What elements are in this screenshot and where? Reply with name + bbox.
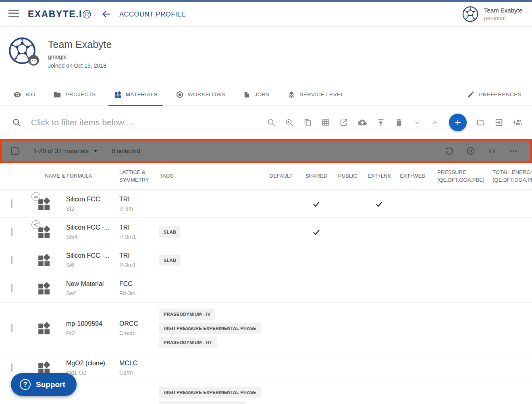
tag: SLAB [159,255,181,266]
tab-workflows[interactable]: WORKFLOWS [176,83,226,106]
row-checkbox[interactable] [11,363,12,372]
search-icon [12,118,21,127]
pause-icon[interactable] [466,146,476,156]
logo-ball-icon [83,10,91,19]
exabyte-logo[interactable]: EXABYTE.I [28,9,91,20]
row-checkbox[interactable] [11,228,12,236]
col-ext-web: EXT+WEB [396,172,429,180]
layers-icon [287,91,295,99]
material-name[interactable]: mp-1009594 [66,320,113,327]
app-bar: EXABYTE.I ACCOUNT PROFILE Team Exabyte p… [0,2,532,27]
lattice-type: FCC [119,280,154,288]
tab-service-level[interactable]: SERVICE LEVEL [287,83,344,106]
material-icon [37,282,51,295]
tab-materials[interactable]: MATERIALS [114,83,158,106]
page-title: ACCOUNT PROFILE [119,10,186,18]
row-checkbox[interactable] [11,324,12,332]
tab-label: MATERIALS [126,91,158,97]
check-icon [312,228,321,236]
materials-actions [267,114,522,131]
table-row[interactable]: mp-1009594Pr2 ORCCCmcm PRASEODYMIUM - IV… [0,302,532,354]
search-in-results-icon[interactable] [285,118,294,127]
selection-toolbar-highlight: 1-20 of 37 materials 0 selected [0,139,532,163]
user-menu[interactable]: Team Exabyte personal [462,6,522,22]
check-icon [375,199,384,208]
col-total-energy: TOTAL_ENERGY (QE:DFT:GGA:PBE) [488,169,532,184]
user-role: personal [484,15,522,21]
table-row[interactable]: Silicon FCC -...Si54 TRIP-3m1 SLAB [0,218,532,246]
import-icon[interactable] [495,118,503,127]
tab-label: JOBS [254,91,269,97]
select-all-checkbox[interactable] [11,147,19,155]
support-button[interactable]: ? Support [11,373,77,396]
material-icon [37,253,51,267]
tag: PRASEODYMIUM - IV [159,309,215,320]
col-tags: TAGS [154,172,262,180]
row-checkbox[interactable] [11,284,12,292]
selection-toolbar: 1-20 of 37 materials 0 selected [2,141,530,162]
symmetry-group: Fd-3m [119,290,154,296]
more-icon[interactable] [509,146,518,156]
tab-jobs[interactable]: JOBS [243,83,269,106]
menu-icon[interactable] [8,9,19,19]
account-name: Team Exabyte [48,39,112,50]
check-icon [312,199,321,208]
avatar [462,6,478,22]
row-checkbox[interactable] [11,256,12,264]
symmetry-group: Cmcm [119,330,154,336]
table-header-row: NAME & FORMULA LATTICE & SYMMETRY TAGS D… [0,163,532,190]
tab-label: PREFERENCES [479,91,522,97]
tab-bio[interactable]: BIO [13,83,35,106]
table-row[interactable]: MgO2 (clone)Mg1 O2 MCLCC2/m [0,354,532,381]
cloud-upload-icon[interactable] [357,118,367,127]
material-name[interactable]: Silicon FCC -... [66,252,113,259]
radio-icon [176,91,184,99]
table-row[interactable]: Silicon FCCSi2 TRIR-3m [0,190,532,218]
tab-label: BIO [25,91,35,97]
add-material-button[interactable] [449,114,467,131]
tab-projects[interactable]: PROJECTS [53,83,96,106]
material-icon [37,361,51,374]
add-collaborators-icon[interactable] [513,118,522,127]
file-icon [243,91,250,99]
col-public: PUBLIC [332,172,363,180]
table-row[interactable]: Silicon FCC -...Si6 TRIP-3m1 SLAB [0,246,532,274]
filter-input[interactable] [31,118,172,127]
table-row[interactable]: New MaterialSe2 FCCFd-3m [0,274,532,302]
chevron-down-icon[interactable] [413,118,422,127]
material-name[interactable]: New Material [66,280,113,288]
symmetry-group: R-3m [119,205,154,212]
table-view-icon[interactable] [321,118,330,127]
material-formula: Se2 [66,290,113,296]
pagination-range-label[interactable]: 1-20 of 37 materials [33,147,89,155]
lattice-type: TRI [119,252,154,259]
tag: SLAB [159,226,181,238]
open-in-new-icon[interactable] [339,118,348,127]
back-arrow-icon[interactable] [102,10,111,19]
folder-icon[interactable] [476,118,485,127]
upload-icon[interactable] [376,118,385,127]
share-badge-icon [31,220,40,229]
link-badge-icon [31,192,40,201]
user-name: Team Exabyte [484,7,522,14]
symmetry-group: P-3m1 [119,262,154,268]
material-name[interactable]: Silicon FCC [66,196,113,203]
code-icon[interactable] [487,146,497,156]
eye-icon [13,91,21,99]
chevron-up-icon[interactable] [431,118,440,127]
table-row[interactable]: HIGH PRESSURE EXPERIMENTAL PHASE [0,381,532,404]
tag-partial [159,401,245,404]
search-icon[interactable] [267,118,276,127]
tab-preferences[interactable]: PREFERENCES [467,83,522,106]
caret-down-icon[interactable] [94,150,98,152]
col-lattice-symmetry: LATTICE & SYMMETRY [113,169,154,184]
material-name[interactable]: MgO2 (clone) [66,360,113,367]
selected-count-label: 0 selected [112,147,140,155]
material-name[interactable]: Silicon FCC -... [66,224,113,231]
copy-icon[interactable] [303,118,312,127]
col-ext-lnk: EXT+LNK [363,172,396,180]
delete-icon[interactable] [395,118,403,127]
undo-icon[interactable] [445,146,454,156]
row-checkbox[interactable] [11,199,12,208]
lattice-type: ORCC [119,320,154,327]
